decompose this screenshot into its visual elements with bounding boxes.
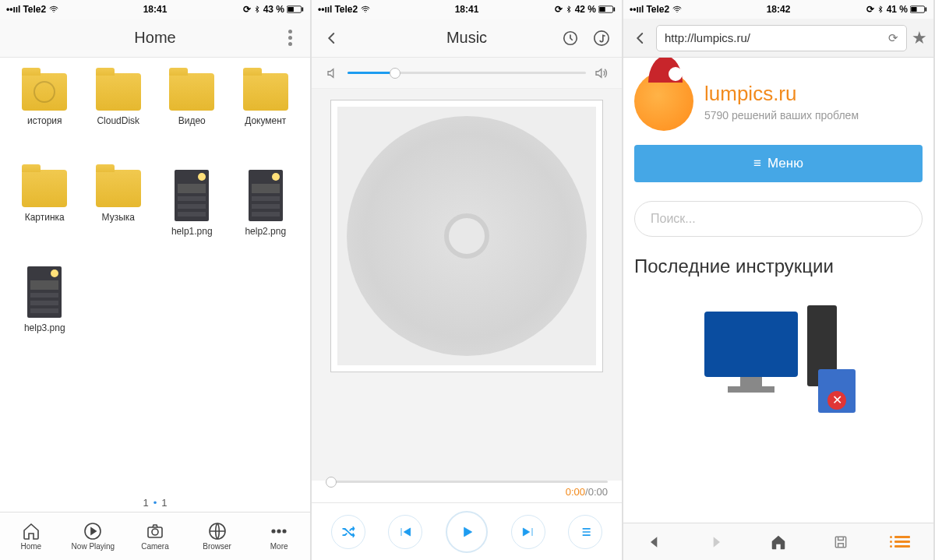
globe-icon [208,522,227,541]
tab-bar: Home Now Playing Camera Browser More [0,512,310,560]
playlist-button[interactable] [568,515,602,549]
browser-screen: ••ııl Tele2 18:42 ⟳ 41 % http://lumpics.… [623,0,935,560]
more-icon [270,522,288,541]
file-grid: история CloudDisk Видео Документ Картинк… [0,58,310,491]
web-page: lumpics.ru 5790 решений ваших проблем ≡ … [623,58,933,523]
album-art [330,100,603,372]
search-input[interactable]: Поиск... [634,201,923,237]
play-button[interactable] [446,511,488,553]
site-name: lumpics.ru [704,82,859,106]
svg-rect-2 [302,7,303,11]
music-note-icon[interactable] [591,27,612,49]
wifi-icon [672,5,683,14]
tab-browser[interactable]: Browser [186,512,249,560]
svg-point-7 [272,530,275,533]
shuffle-button[interactable] [331,515,365,549]
status-bar: ••ııl Tele2 18:41 ⟳ 42 % [312,0,622,19]
folder-document[interactable]: Документ [229,73,303,159]
folder-label: Картинка [25,212,65,223]
volume-bar [312,58,622,89]
back-button[interactable] [321,27,343,49]
svg-rect-1 [288,7,294,12]
svg-point-14 [595,30,609,44]
folder-label: CloudDisk [97,115,139,126]
svg-rect-17 [925,7,926,11]
folder-video[interactable]: Видео [155,73,229,159]
bluetooth-icon [565,4,573,15]
nav-forward-button[interactable] [708,534,724,550]
file-help2[interactable]: help2.png [229,170,303,255]
nav-home-button[interactable] [770,534,787,551]
clock-label: 18:41 [143,4,168,15]
carrier-label: Tele2 [23,4,46,15]
page-title: Home [134,29,175,47]
section-heading: Последние инструкции [634,255,923,277]
folder-clouddisk[interactable]: CloudDisk [82,73,156,159]
page-title: Music [446,29,487,47]
file-help3[interactable]: help3.png [8,266,82,352]
menu-button[interactable]: ≡ Меню [634,145,923,182]
menu-list-button[interactable] [894,536,910,548]
tab-camera[interactable]: Camera [124,512,186,560]
refresh-icon: ⟳ [243,4,251,15]
battery-pct: 42 % [575,4,596,15]
url-bar: http://lumpics.ru/ ⟳ ★ [623,19,933,58]
tab-home[interactable]: Home [0,512,62,560]
file-label: help1.png [171,226,213,237]
save-button[interactable] [833,534,849,550]
nav-back-button[interactable] [647,534,662,550]
folder-label: Музыка [102,212,135,223]
play-circle-icon [83,522,102,541]
site-logo [634,72,693,131]
svg-rect-16 [911,7,916,12]
prev-button[interactable] [388,515,422,549]
reload-icon[interactable]: ⟳ [888,31,898,45]
time-total: /0:00 [585,486,608,498]
back-button[interactable] [630,27,651,49]
volume-high-icon[interactable] [594,66,608,80]
carrier-label: Tele2 [334,4,358,15]
clock-label: 18:41 [455,4,479,15]
music-screen: ••ııl Tele2 18:41 ⟳ 42 % Music [312,0,623,560]
status-bar: ••ııl Tele2 18:42 ⟳ 41 % [623,0,933,19]
file-label: help3.png [24,322,65,333]
history-icon[interactable] [559,27,581,49]
battery-pct: 41 % [887,4,908,15]
bookmark-star-icon[interactable]: ★ [912,28,927,48]
wifi-icon [48,5,59,14]
folder-picture[interactable]: Картинка [8,170,82,255]
folder-label: Документ [245,115,286,126]
url-input[interactable]: http://lumpics.ru/ ⟳ [656,25,907,51]
carrier-label: Tele2 [646,4,669,15]
battery-icon [598,5,616,14]
folder-history[interactable]: история [8,73,82,159]
pager: 1•1 [0,491,310,512]
folder-label: история [27,115,62,126]
next-button[interactable] [511,515,545,549]
svg-point-5 [152,529,158,535]
tab-more[interactable]: More [248,512,310,560]
volume-low-icon[interactable] [326,66,340,80]
svg-rect-18 [835,537,845,547]
tab-now-playing[interactable]: Now Playing [62,512,125,560]
home-icon [22,522,41,541]
clock-label: 18:42 [767,4,791,15]
battery-icon [287,5,304,14]
file-label: help2.png [245,226,286,237]
volume-slider[interactable] [348,72,586,74]
article-thumbnail[interactable]: ✕ [697,296,860,413]
home-screen: ••ııl Tele2 18:41 ⟳ 43 % Home история Cl… [0,0,312,560]
refresh-icon: ⟳ [866,4,874,15]
bluetooth-icon [877,4,884,15]
svg-rect-11 [599,7,605,12]
signal-icon: ••ııl [630,4,644,15]
wifi-icon [360,5,371,14]
home-header: Home [0,19,310,58]
file-help1[interactable]: help1.png [155,170,229,255]
folder-music[interactable]: Музыка [82,170,156,255]
more-options-icon[interactable] [279,27,301,49]
music-header: Music [312,19,622,58]
signal-icon: ••ııl [318,4,332,15]
seek-slider[interactable] [326,481,608,483]
disc-icon [347,116,587,356]
